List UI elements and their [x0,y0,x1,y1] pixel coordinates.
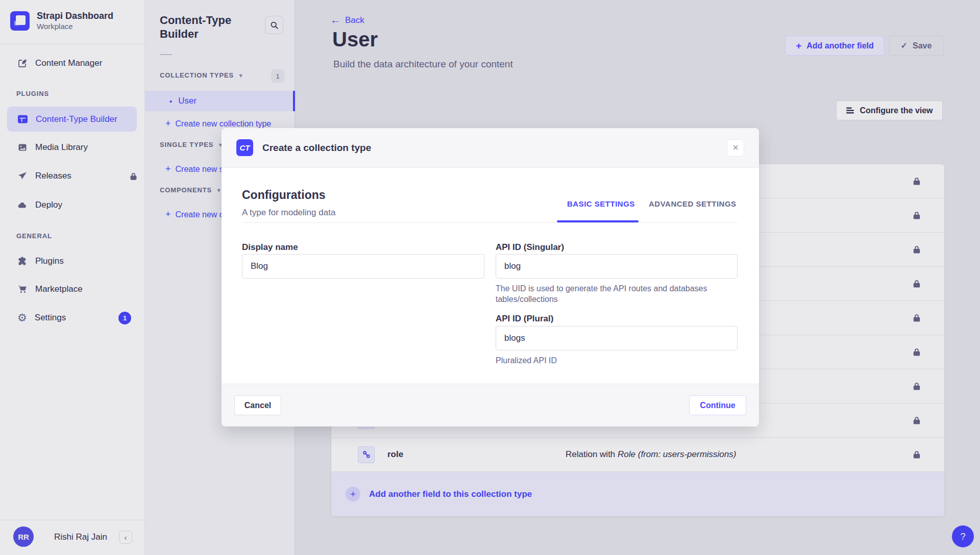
api-id-singular-input[interactable] [496,254,738,279]
divider [242,222,738,223]
modal-title: Create a collection type [262,142,371,154]
active-tab-indicator [557,220,639,222]
display-name-input[interactable] [242,254,484,279]
api-id-plural-label: API ID (Plural) [496,314,553,324]
modal-header: CT Create a collection type × [222,128,759,168]
configurations-subheading: A type for modeling data [242,208,335,218]
tab-basic-settings[interactable]: BASIC SETTINGS [567,199,635,208]
tab-advanced-settings[interactable]: ADVANCED SETTINGS [649,199,737,208]
cancel-button[interactable]: Cancel [234,395,281,415]
configurations-heading: Configurations [242,188,326,202]
create-collection-type-modal: CT Create a collection type × Configurat… [222,128,759,426]
api-id-plural-hint: Pluralized API ID [496,355,557,366]
content-type-badge: CT [236,139,253,156]
display-name-label: Display name [242,242,298,253]
api-id-singular-hint: The UID is used to generate the API rout… [496,283,720,305]
close-icon[interactable]: × [727,139,744,157]
api-id-singular-label: API ID (Singular) [496,242,564,253]
api-id-plural-input[interactable] [496,326,738,350]
modal-footer: Cancel Continue [222,384,759,426]
continue-button[interactable]: Continue [689,395,746,415]
modal-body: Configurations A type for modeling data … [222,168,759,384]
